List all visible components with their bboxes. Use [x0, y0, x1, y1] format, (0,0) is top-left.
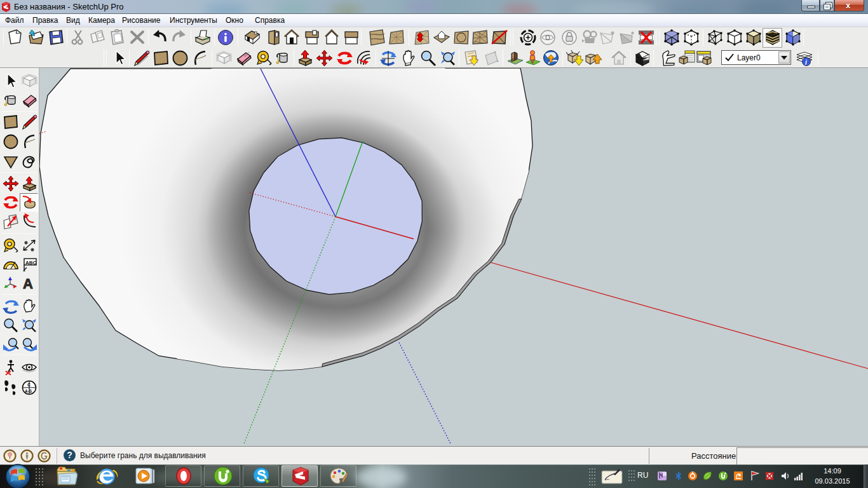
svg-text:A-S: A-S [25, 389, 32, 393]
svg-text:C: C [27, 383, 31, 387]
svg-text:ABC: ABC [25, 260, 37, 266]
svg-text:A: A [23, 276, 33, 292]
svg-text:i: i [805, 59, 807, 66]
